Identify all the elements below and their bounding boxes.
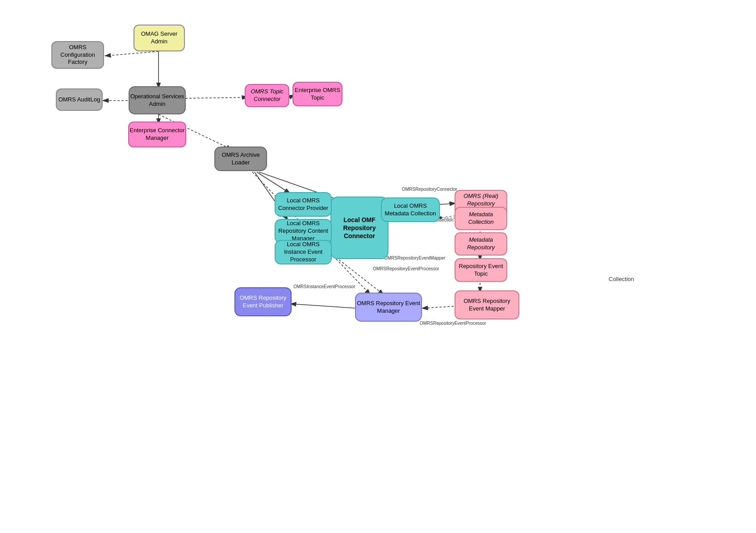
metadata-collection-node: Metadata Collection	[455, 207, 507, 230]
local-omrs-instance-event-proc-node: Local OMRS Instance Event Processor	[275, 240, 332, 264]
svg-line-6	[185, 97, 248, 98]
omrs-repo-event-publisher-node: OMRS Repository Event Publisher	[234, 287, 292, 316]
omag-server-admin-node: OMAG Server Admin	[134, 25, 185, 51]
local-omrs-metadata-collection-node: Local OMRS Metadata Collection	[381, 197, 440, 222]
omrs-topic-connector-node: OMRS Topic Connector	[245, 84, 289, 107]
label-omrs-instance-event-processor: OMRSInstanceEventProcessor	[293, 284, 355, 289]
local-omf-repo-connector-node: Local OMF Repository Connector	[330, 197, 388, 259]
omrs-auditlog-node: OMRS AuditLog	[56, 88, 103, 111]
svg-line-18	[290, 304, 357, 308]
collection-label: Collection	[609, 276, 634, 282]
omrs-archive-loader-node: OMRS Archive Loader	[214, 147, 267, 171]
label-omrs-repo-connector: OMRSRepositoryConnector	[402, 187, 457, 192]
omrs-repo-event-manager-node: OMRS Repository Event Manager	[355, 293, 422, 322]
repository-event-topic-node: Repository Event Topic	[455, 258, 507, 282]
label-omrs-repo-event-mapper: OMRSRepositoryEventMapper	[384, 256, 445, 260]
metadata-repository-node: Metadata Repository	[455, 232, 507, 256]
omrs-config-factory-node: OMRS Configuration Factory	[51, 41, 104, 69]
enterprise-omrs-topic-node: Enterprise OMRS Topic	[292, 82, 342, 106]
operational-services-admin-node: Operational Services Admin	[129, 86, 186, 114]
label-omrs-repo-event-processor1: OMRSRepositoryEventProcessor	[373, 266, 439, 271]
diagram-container: OMAG Server Admin OMRS Configuration Fac…	[0, 0, 756, 533]
svg-line-17	[422, 306, 458, 308]
local-omrs-connector-provider-node: Local OMRS Connector Provider	[275, 192, 332, 217]
omrs-repo-event-mapper-node: OMRS Repository Event Mapper	[455, 290, 519, 319]
enterprise-connector-manager-node: Enterprise Connector Manager	[128, 122, 186, 147]
label-omrs-repo-event-processor2: OMRSRepositoryEventProcessor	[420, 321, 486, 326]
svg-line-2	[105, 51, 159, 56]
